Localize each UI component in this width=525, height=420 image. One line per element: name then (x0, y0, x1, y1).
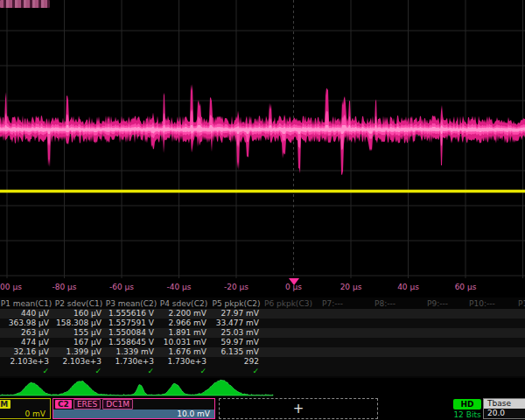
param-header-active[interactable]: P1 mean(C1) (0, 299, 52, 308)
table-row: 32.16 µV1.399 µV1.339 mV1.676 mV6.135 mV (0, 347, 525, 357)
resolution-bits-label: 12 Bits (450, 410, 485, 419)
time-axis-label: -100 µs (0, 283, 22, 291)
channel-c1-descriptor[interactable]: DC1M 0 mV (0, 398, 51, 419)
status-check-icon: ✓ (158, 367, 210, 376)
c2-channel-badge: C2 (55, 400, 72, 409)
table-cell: 1.399 µV (52, 347, 105, 357)
table-cell: 1.550084 V (105, 328, 158, 338)
table-cell: 59.97 mV (210, 338, 262, 347)
table-cell: 2.200 mV (158, 309, 210, 318)
waveform-plot-area[interactable] (0, 0, 525, 278)
descriptor-bar: DC1M 0 mV C2 ERESDC1M 10.0 mV + HD 12 Bi… (0, 398, 525, 420)
timebase-label: Tbase (484, 399, 525, 409)
table-cell: 10.031 mV (158, 338, 210, 347)
time-axis-label: -40 µs (167, 283, 192, 291)
channel-c2-descriptor[interactable]: C2 ERESDC1M 10.0 mV (52, 398, 215, 419)
time-axis: -100 µs-80 µs-60 µs-40 µs-20 µs0 µs20 µs… (0, 278, 525, 298)
table-cell: 2.103e+3 (0, 357, 52, 367)
table-cell: 1.558645 V (105, 338, 158, 347)
table-cell: 1.730e+3 (158, 357, 210, 367)
c2-scale-value: 10.0 mV (53, 410, 214, 418)
hd-mode-badge[interactable]: HD (453, 399, 481, 410)
table-cell: 1.891 mV (158, 328, 210, 338)
table-cell: 32.16 µV (0, 347, 52, 357)
c2-mode-badge: ERES (74, 399, 101, 410)
table-cell: 1.557591 V (105, 318, 158, 328)
table-cell: 1.676 mV (158, 347, 210, 357)
c1-scale-value: 0 mV (0, 410, 50, 418)
c2-mode-badge: DC1M (102, 399, 133, 410)
status-check-icon: ✓ (105, 367, 158, 376)
param-header-active[interactable]: P4 sdev(C2) (158, 299, 210, 308)
time-axis-label: -60 µs (109, 283, 134, 291)
param-header-inactive[interactable]: P10:--- (469, 299, 520, 308)
table-cell: 2.103e+3 (52, 357, 105, 367)
time-axis-label: 60 µs (455, 283, 477, 291)
table-cell: 1.339 mV (105, 347, 158, 357)
time-axis-label: -20 µs (224, 283, 248, 291)
table-cell: 160 µV (52, 309, 105, 318)
waveform-svg (0, 0, 525, 278)
plus-icon: + (293, 401, 304, 416)
table-cell: 27.97 mV (210, 309, 262, 318)
time-axis-label: -80 µs (52, 283, 77, 291)
table-cell: 158.308 µV (52, 318, 105, 328)
table-cell: 1.730e+3 (105, 357, 158, 367)
table-row: 440 µV160 µV1.555616 V2.200 mV27.97 mV (0, 309, 525, 318)
trend-trace-area (0, 378, 525, 398)
add-trace-button[interactable]: + (219, 398, 378, 419)
table-row: 2.103e+32.103e+31.730e+31.730e+3292 (0, 357, 525, 367)
measurement-table: P1 mean(C1)P2 sdev(C1)P3 mean(C2)P4 sdev… (0, 298, 525, 378)
oscilloscope-screen: -100 µs-80 µs-60 µs-40 µs-20 µs0 µs20 µs… (0, 0, 525, 420)
table-cell: 474 µV (0, 338, 52, 347)
status-check-icon: ✓ (52, 367, 105, 376)
table-cell: 263 µV (0, 328, 52, 338)
table-cell: 167 µV (52, 338, 105, 347)
table-cell: 363.98 µV (0, 318, 52, 328)
param-header-inactive[interactable]: P6 pkpk(C3) (264, 299, 315, 308)
time-axis-label: 40 µs (397, 283, 419, 291)
param-header-active[interactable]: P5 pkpk(C2) (210, 299, 262, 308)
table-cell: 33.477 mV (210, 318, 262, 328)
status-check-icon: ✓ (210, 367, 262, 376)
table-cell: 6.135 mV (210, 347, 262, 357)
table-row: 474 µV167 µV1.558645 V10.031 mV59.97 mV (0, 338, 525, 347)
table-cell: 2.966 mV (158, 318, 210, 328)
param-header-active[interactable]: P2 sdev(C1) (52, 299, 105, 308)
table-cell: 155 µV (52, 328, 105, 338)
timebase-descriptor[interactable]: Tbase 20.0 (483, 398, 525, 419)
table-row: 263 µV155 µV1.550084 V1.891 mV25.03 mV (0, 328, 525, 338)
trend-svg (0, 378, 525, 398)
top-left-badge (0, 0, 50, 8)
status-row: ✓✓✓✓✓ (0, 367, 525, 376)
table-row: 363.98 µV158.308 µV1.557591 V2.966 mV33.… (0, 318, 525, 328)
trigger-position-marker[interactable] (289, 278, 299, 285)
c1-coupling-badge: DC1M (0, 400, 10, 409)
table-cell: 25.03 mV (210, 328, 262, 338)
status-check-icon: ✓ (0, 367, 52, 376)
param-header-inactive[interactable]: P1 (518, 299, 525, 308)
table-cell: 1.555616 V (105, 309, 158, 318)
table-cell: 440 µV (0, 309, 52, 318)
table-cell: 292 (210, 357, 262, 367)
param-header-inactive[interactable]: P8:--- (374, 299, 425, 308)
param-header-active[interactable]: P3 mean(C2) (105, 299, 158, 308)
timebase-value: 20.0 (484, 409, 525, 418)
param-header-inactive[interactable]: P7:--- (322, 299, 373, 308)
time-axis-label: 20 µs (340, 283, 362, 291)
